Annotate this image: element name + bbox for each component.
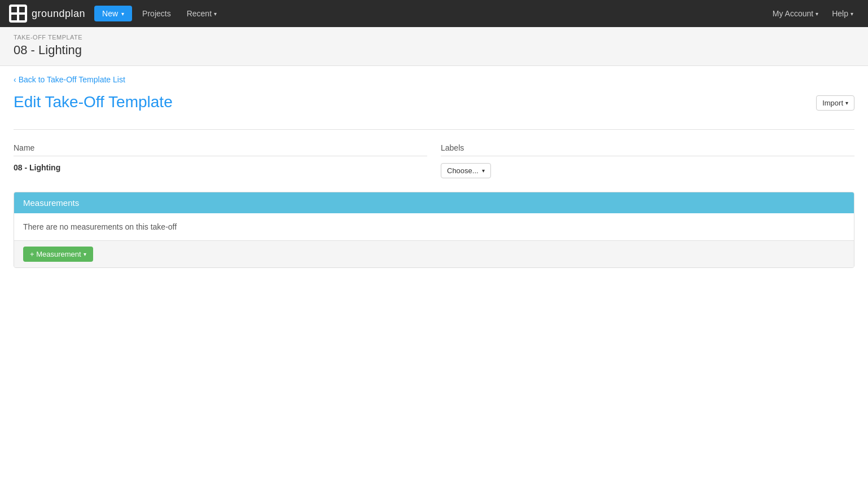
form-row: Name 08 - Lighting Labels Choose... ▾: [14, 143, 854, 178]
labels-label: Labels: [441, 143, 854, 156]
my-account-link[interactable]: My Account ▾: [767, 6, 824, 21]
labels-chevron-icon: ▾: [482, 168, 485, 174]
import-label: Import: [822, 99, 843, 107]
edit-title: Edit Take-Off Template: [14, 93, 173, 111]
measurements-header-text: Measurements: [23, 198, 79, 208]
back-link[interactable]: ‹ Back to Take-Off Template List: [14, 75, 125, 84]
projects-label: Projects: [142, 9, 171, 18]
edit-title-row: Edit Take-Off Template Import ▾: [14, 93, 854, 130]
back-link-text: Back to Take-Off Template List: [19, 75, 125, 84]
brand-logo-icon: [9, 5, 27, 23]
recent-chevron-icon: ▾: [214, 11, 217, 17]
new-dropdown-chevron-icon: ▾: [121, 11, 124, 17]
my-account-label: My Account: [773, 9, 813, 18]
measurements-header: Measurements: [14, 192, 854, 213]
navbar-right: My Account ▾ Help ▾: [767, 6, 859, 21]
recent-label: Recent: [187, 9, 212, 18]
name-label: Name: [14, 143, 427, 156]
content-area: ‹ Back to Take-Off Template List Edit Ta…: [0, 66, 868, 277]
new-button[interactable]: New ▾: [94, 6, 132, 21]
help-link[interactable]: Help ▾: [826, 6, 859, 21]
labels-placeholder: Choose...: [447, 166, 479, 175]
measurements-body: There are no measurements on this take-o…: [14, 213, 854, 240]
import-button[interactable]: Import ▾: [816, 95, 854, 111]
projects-link[interactable]: Projects: [137, 6, 177, 21]
help-chevron-icon: ▾: [851, 11, 853, 17]
svg-rect-2: [19, 7, 25, 12]
labels-dropdown[interactable]: Choose... ▾: [441, 163, 491, 178]
page-header-title: 08 - Lighting: [14, 43, 854, 58]
add-measurement-chevron-icon: ▾: [84, 251, 86, 257]
recent-link[interactable]: Recent ▾: [181, 6, 222, 21]
brand: groundplan: [9, 5, 85, 23]
labels-field-group: Labels Choose... ▾: [441, 143, 854, 178]
help-label: Help: [832, 9, 848, 18]
name-field-group: Name 08 - Lighting: [14, 143, 427, 178]
svg-rect-3: [11, 15, 17, 20]
import-chevron-icon: ▾: [845, 100, 848, 106]
measurements-panel: Measurements There are no measurements o…: [14, 192, 854, 268]
add-measurement-label: + Measurement: [30, 250, 81, 258]
back-chevron-icon: ‹: [14, 75, 16, 84]
measurements-footer: + Measurement ▾: [14, 240, 854, 267]
new-button-label: New: [102, 9, 118, 18]
brand-name: groundplan: [32, 8, 85, 20]
measurements-empty-message: There are no measurements on this take-o…: [23, 222, 845, 231]
add-measurement-button[interactable]: + Measurement ▾: [23, 247, 93, 262]
svg-rect-4: [19, 15, 25, 20]
page-header-label: Take-Off Template: [14, 34, 854, 41]
page-header: Take-Off Template 08 - Lighting: [0, 27, 868, 66]
svg-rect-1: [11, 7, 17, 12]
my-account-chevron-icon: ▾: [816, 11, 818, 17]
navbar: groundplan New ▾ Projects Recent ▾ My Ac…: [0, 0, 868, 27]
name-value: 08 - Lighting: [14, 161, 427, 174]
